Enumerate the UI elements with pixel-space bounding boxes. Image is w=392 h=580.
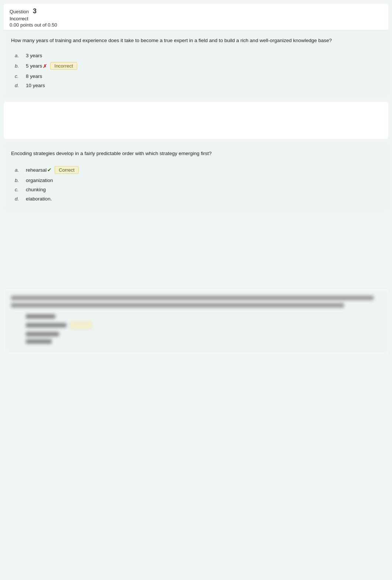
question-3-number-line: Question 3: [10, 7, 382, 15]
answer-4d-letter: d.: [15, 196, 19, 202]
question-4-text: Encoding strategies develop in a fairly …: [11, 150, 381, 157]
answer-3a-text: 3 years: [26, 53, 42, 58]
blurred-answer-c: [26, 332, 381, 336]
question-3-status: Incorrect: [10, 16, 382, 21]
answer-3d[interactable]: d. 10 years: [11, 81, 381, 90]
answer-4d-text: elaboration.: [26, 196, 52, 202]
question-4-body: Encoding strategies develop in a fairly …: [4, 143, 388, 210]
blurred-answer-a-text: [26, 314, 55, 319]
question-3-header: Question 3 Incorrect 0.00 points out of …: [4, 4, 388, 30]
correct-icon: ✔: [47, 167, 52, 173]
blurred-question-block: [4, 289, 388, 354]
answer-3a-letter: a.: [15, 53, 19, 58]
blurred-answer-b-text: [26, 323, 66, 327]
answer-4c-letter: c.: [15, 187, 19, 192]
answer-3b-letter: b.: [15, 63, 19, 69]
answer-3d-text: 10 years: [26, 83, 45, 88]
question-3-body: How many years of training and experienc…: [4, 30, 388, 97]
question-3-answer-list: a. 3 years b. 5 years ✗ Incorrect c. 8 y…: [11, 51, 381, 90]
answer-4b[interactable]: b. organization: [11, 176, 381, 185]
answer-4b-letter: b.: [15, 178, 19, 183]
answer-4c[interactable]: c. chunking: [11, 185, 381, 194]
blurred-answer-d-text: [26, 339, 52, 344]
answer-3c-text: 8 years: [26, 73, 42, 79]
answer-3b[interactable]: b. 5 years ✗ Incorrect: [11, 60, 381, 72]
answer-4a-text: rehearsal: [26, 167, 47, 173]
spacer-2: [4, 215, 388, 289]
question-4-block: Encoding strategies develop in a fairly …: [4, 143, 388, 210]
blurred-badge: [70, 322, 92, 329]
answer-4a[interactable]: a. rehearsal ✔ Correct: [11, 164, 381, 176]
answer-3a[interactable]: a. 3 years: [11, 51, 381, 60]
spacer-1: [4, 102, 388, 139]
question-prefix-label: Question: [10, 9, 29, 14]
answer-3d-letter: d.: [15, 83, 19, 88]
answer-3c[interactable]: c. 8 years: [11, 72, 381, 81]
answer-4a-letter: a.: [15, 167, 19, 173]
incorrect-badge: Incorrect: [50, 62, 77, 70]
question-3-block: Question 3 Incorrect 0.00 points out of …: [4, 4, 388, 97]
blurred-content: [4, 289, 388, 354]
answer-4c-text: chunking: [26, 187, 46, 192]
answer-4d[interactable]: d. elaboration.: [11, 194, 381, 203]
blurred-line-2: [11, 303, 344, 308]
question-3-text: How many years of training and experienc…: [11, 37, 381, 44]
correct-badge: Correct: [55, 166, 79, 174]
question-3-points: 0.00 points out of 0.50: [10, 22, 382, 28]
question-4-answer-list: a. rehearsal ✔ Correct b. organization c…: [11, 164, 381, 203]
blurred-answer-b: [26, 322, 381, 329]
blurred-answer-a: [26, 314, 381, 319]
blurred-answer-c-text: [26, 332, 59, 336]
bottom-spacer: [4, 358, 388, 488]
answer-3c-letter: c.: [15, 73, 19, 79]
answer-3b-text: 5 years: [26, 63, 42, 69]
wrong-icon: ✗: [43, 63, 47, 69]
question-3-number: 3: [33, 7, 37, 15]
blurred-line-1: [11, 296, 374, 300]
blurred-answer-d: [26, 339, 381, 344]
answer-4b-text: organization: [26, 178, 53, 183]
